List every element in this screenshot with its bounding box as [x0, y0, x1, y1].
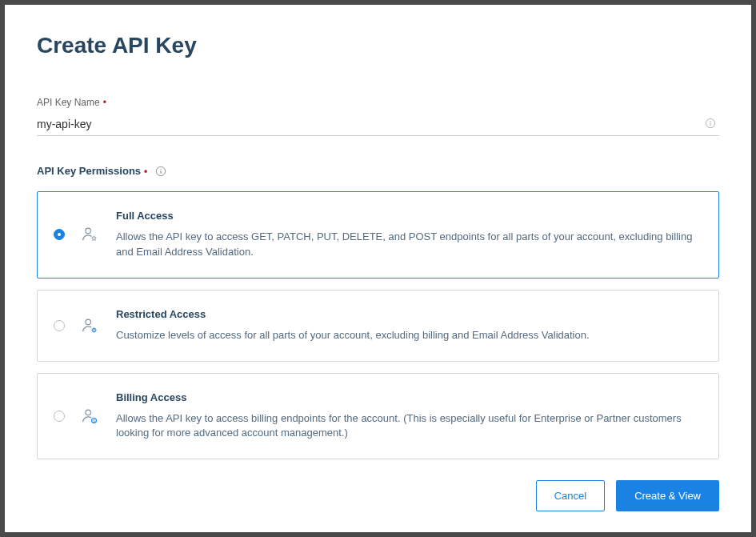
- option-text: Restricted Access Customize levels of ac…: [116, 308, 699, 343]
- user-star-icon: [81, 226, 98, 243]
- permission-option-full-access[interactable]: Full Access Allows the API key to access…: [37, 191, 719, 279]
- info-icon[interactable]: [155, 166, 166, 177]
- api-key-name-label-text: API Key Name: [37, 97, 100, 108]
- user-dollar-icon: $: [81, 407, 98, 425]
- api-key-name-input[interactable]: [37, 114, 719, 136]
- permission-option-billing-access[interactable]: $ Billing Access Allows the API key to a…: [37, 373, 719, 460]
- info-icon[interactable]: [705, 118, 716, 129]
- modal-title: Create API Key: [37, 33, 719, 58]
- svg-point-8: [93, 328, 96, 331]
- option-description: Allows the API key to access billing end…: [116, 411, 699, 442]
- svg-point-2: [710, 121, 710, 122]
- option-title: Billing Access: [116, 391, 699, 403]
- option-text: Billing Access Allows the API key to acc…: [116, 391, 699, 442]
- radio-billing-access[interactable]: [54, 411, 65, 422]
- svg-point-7: [86, 319, 90, 324]
- permissions-label-text: API Key Permissions: [37, 165, 141, 177]
- cancel-button[interactable]: Cancel: [536, 480, 605, 511]
- svg-point-5: [161, 168, 162, 169]
- radio-full-access[interactable]: [54, 229, 65, 240]
- user-gear-icon: [81, 317, 98, 335]
- svg-point-9: [86, 410, 90, 415]
- radio-restricted-access[interactable]: [54, 320, 65, 331]
- permission-option-restricted-access[interactable]: Restricted Access Customize levels of ac…: [37, 290, 719, 362]
- api-key-name-label: API Key Name •: [37, 97, 719, 108]
- create-view-button[interactable]: Create & View: [616, 480, 719, 511]
- button-row: Cancel Create & View: [37, 480, 719, 511]
- required-indicator: •: [103, 97, 106, 108]
- option-description: Allows the API key to access GET, PATCH,…: [116, 230, 699, 260]
- api-key-name-field-wrap: [37, 114, 719, 136]
- option-text: Full Access Allows the API key to access…: [116, 210, 699, 260]
- svg-point-6: [86, 229, 90, 234]
- create-api-key-modal: Create API Key API Key Name • API Key Pe…: [5, 5, 751, 532]
- option-description: Customize levels of access for all parts…: [116, 328, 699, 343]
- option-title: Restricted Access: [116, 308, 699, 320]
- permissions-label: API Key Permissions •: [37, 165, 719, 177]
- required-indicator: •: [144, 166, 147, 177]
- option-title: Full Access: [116, 210, 699, 222]
